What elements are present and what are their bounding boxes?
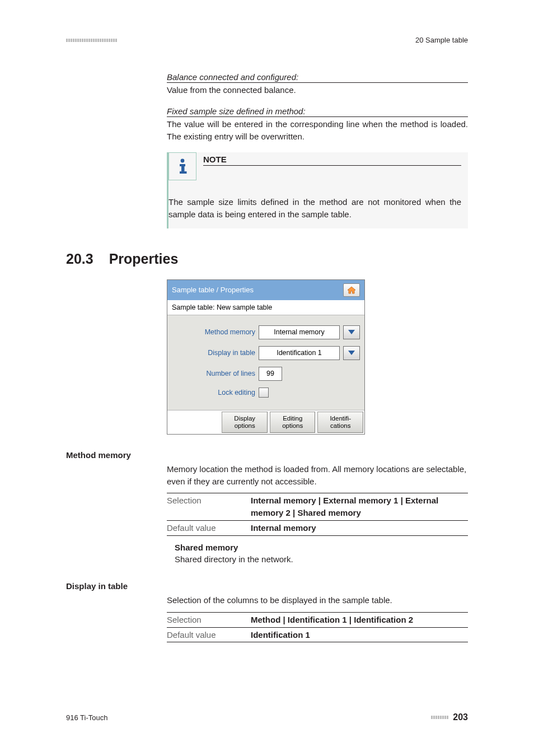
subterm-body-shared-memory: Shared directory in the network.: [175, 553, 468, 566]
lock-editing-checkbox[interactable]: [259, 388, 269, 398]
field-label-number-of-lines: Number of lines: [172, 370, 259, 377]
page-footer: 916 Ti-Touch 203: [66, 712, 468, 722]
info-icon: [168, 152, 196, 180]
home-button[interactable]: [343, 283, 360, 297]
term-body-display-in-table: Selection of the columns to be displayed…: [167, 594, 468, 606]
term-heading-display-in-table: Display in table: [66, 581, 468, 591]
method-memory-field[interactable]: Internal memory: [259, 325, 340, 339]
default-label: Default value: [167, 628, 251, 642]
display-in-table-dropdown[interactable]: [343, 346, 360, 360]
display-in-table-field[interactable]: Identification 1: [259, 346, 340, 360]
panel-subtitle: Sample table: New sample table: [167, 300, 364, 315]
definition-body: Value from the connected balance.: [167, 84, 468, 96]
field-label-lock-editing: Lock editing: [172, 389, 259, 396]
section-title: Properties: [109, 251, 179, 267]
chevron-down-icon: [348, 350, 355, 356]
selection-value-display-in-table: Method | Identification 1 | Identificati…: [251, 615, 413, 624]
definition-title: Balance connected and configured:: [167, 72, 468, 83]
display-options-button[interactable]: Display options: [222, 412, 268, 433]
header-ticks: [66, 39, 117, 42]
header-chapter: 20 Sample table: [415, 36, 468, 44]
footer-ticks: [431, 716, 448, 719]
identifications-button[interactable]: Identifi- cations: [317, 412, 363, 433]
chevron-down-icon: [348, 329, 355, 335]
page-header: 20 Sample table: [66, 36, 468, 44]
section-heading: 20.3 Properties: [66, 251, 468, 267]
default-label: Default value: [167, 521, 251, 535]
default-value-display-in-table: Identification 1: [251, 630, 310, 640]
svg-rect-2: [181, 164, 185, 172]
default-value-method-memory: Internal memory: [251, 523, 316, 533]
svg-point-0: [181, 159, 185, 163]
selection-value-method-memory: Internal memory | External memory 1 | Ex…: [251, 496, 438, 517]
definition-balance: Balance connected and configured: Value …: [167, 72, 468, 96]
method-memory-dropdown[interactable]: [343, 325, 360, 339]
properties-panel: Sample table / Properties Sample table: …: [167, 279, 365, 435]
selection-label: Selection: [167, 613, 251, 627]
field-label-display-in-table: Display in table: [172, 349, 259, 357]
note-callout: NOTE The sample size limits defined in t…: [167, 152, 468, 228]
svg-marker-5: [348, 330, 355, 334]
svg-rect-3: [180, 171, 187, 174]
page-number: 203: [453, 712, 468, 722]
term-body-method-memory: Memory location the method is loaded fro…: [167, 463, 468, 488]
selection-label: Selection: [167, 493, 251, 520]
svg-marker-6: [348, 351, 355, 355]
definition-fixed-sample: Fixed sample size defined in method: The…: [167, 106, 468, 143]
footer-product: 916 Ti-Touch: [66, 713, 107, 722]
editing-options-button[interactable]: Editing options: [270, 412, 316, 433]
svg-marker-4: [348, 287, 355, 293]
note-heading: NOTE: [203, 155, 461, 166]
term-heading-method-memory: Method memory: [66, 450, 468, 460]
definition-title: Fixed sample size defined in method:: [167, 106, 468, 117]
section-number: 20.3: [66, 251, 93, 267]
subterm-title-shared-memory: Shared memory: [175, 542, 468, 554]
definition-body: The value will be entered in the corresp…: [167, 118, 468, 143]
note-body: The sample size limits defined in the me…: [168, 196, 461, 221]
number-of-lines-field[interactable]: 99: [259, 367, 282, 381]
panel-breadcrumb: Sample table / Properties: [172, 286, 254, 294]
field-label-method-memory: Method memory: [172, 328, 259, 336]
